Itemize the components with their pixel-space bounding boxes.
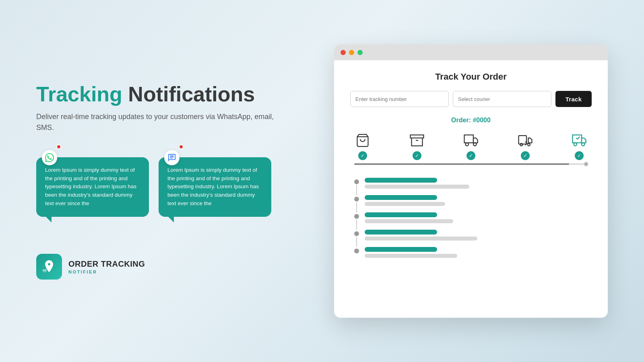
- svg-point-14: [582, 143, 585, 146]
- timeline: [350, 175, 592, 261]
- browser-content: Track Your Order Track Order: #0000: [334, 60, 608, 318]
- cart-check: ✓: [358, 151, 367, 160]
- tracking-number-input[interactable]: [350, 91, 449, 107]
- timeline-item: [354, 244, 592, 261]
- timeline-primary-bar: [365, 247, 437, 252]
- transit-icon: [517, 132, 534, 149]
- timeline-dot: [354, 231, 359, 236]
- timeline-content: [365, 195, 445, 206]
- status-truck-group: ✓: [462, 132, 479, 160]
- timeline-item: [354, 209, 592, 226]
- delivered-svg: [572, 133, 586, 148]
- timeline-item: [354, 175, 592, 192]
- svg-rect-4: [464, 135, 474, 143]
- svg-point-6: [466, 143, 469, 146]
- status-delivered-group: ✓: [571, 132, 588, 160]
- package-check: ✓: [413, 151, 421, 160]
- truck-svg: [464, 133, 478, 148]
- brand-logo: [36, 254, 62, 280]
- svg-point-10: [528, 144, 530, 146]
- track-title: Track Your Order: [350, 72, 592, 82]
- email-chat-card: Lorem Ipsum is simply dummy text of the …: [159, 157, 271, 217]
- email-icon-container: [164, 150, 180, 165]
- timeline-item: [354, 226, 592, 244]
- truck-icon: [462, 132, 479, 149]
- timeline-content: [365, 212, 453, 223]
- delivered-check: ✓: [575, 151, 584, 160]
- progress-dot: [584, 162, 588, 167]
- titlebar-dot-yellow[interactable]: [349, 50, 354, 55]
- email-notification-dot: [179, 144, 184, 149]
- brand-logo-icon: [42, 259, 56, 274]
- package-icon: [409, 132, 425, 149]
- svg-point-13: [574, 143, 577, 146]
- progress-bar-container: [354, 163, 588, 165]
- headline: Tracking Notifications: [36, 82, 286, 107]
- progress-bar-fill: [354, 163, 569, 165]
- titlebar-dot-green[interactable]: [357, 50, 363, 55]
- svg-rect-8: [518, 136, 526, 144]
- timeline-secondary-bar: [365, 185, 469, 189]
- timeline-secondary-bar: [365, 237, 477, 241]
- whatsapp-icon: [45, 153, 54, 162]
- main-container: Tracking Notifications Deliver real-time…: [20, 16, 624, 346]
- cart-svg: [355, 133, 370, 148]
- package-svg: [410, 133, 424, 148]
- timeline-item: [354, 192, 592, 209]
- timeline-primary-bar: [365, 212, 437, 217]
- timeline-dot: [354, 249, 359, 253]
- progress-bar-bg: [354, 163, 588, 165]
- left-side: Tracking Notifications Deliver real-time…: [36, 82, 286, 280]
- timeline-dot: [354, 179, 359, 184]
- headline-rest: Notifications: [122, 82, 255, 106]
- cart-icon: [354, 132, 371, 149]
- svg-rect-2: [410, 135, 423, 138]
- timeline-dot: [354, 214, 359, 219]
- svg-point-9: [520, 144, 522, 146]
- status-transit-group: ✓: [517, 132, 534, 160]
- chat-cards: Lorem Ipsum is simply dummy text of the …: [36, 149, 286, 217]
- titlebar-dot-red[interactable]: [341, 50, 346, 55]
- timeline-secondary-bar: [365, 202, 445, 206]
- whatsapp-icon-container: [42, 150, 57, 165]
- timeline-content: [365, 230, 477, 241]
- order-number: Order: #0000: [350, 117, 592, 124]
- transit-check: ✓: [521, 151, 530, 160]
- headline-highlight: Tracking: [36, 82, 122, 106]
- track-inputs-row: Track: [350, 91, 592, 107]
- svg-marker-5: [473, 138, 478, 143]
- whatsapp-card-text: Lorem Ipsum is simply dummy text of the …: [45, 167, 136, 207]
- browser-titlebar: [334, 44, 608, 60]
- timeline-content: [365, 247, 457, 258]
- brand-name: ORDER TRACKING: [68, 259, 145, 269]
- courier-input[interactable]: [453, 91, 551, 107]
- brand-sub: NOTIFIER: [68, 269, 145, 274]
- svg-marker-12: [582, 138, 586, 143]
- whatsapp-notification-dot: [56, 144, 61, 149]
- timeline-secondary-bar: [365, 219, 453, 223]
- email-icon: [167, 153, 176, 162]
- timeline-content: [365, 178, 469, 189]
- truck-check: ✓: [466, 151, 475, 160]
- delivered-icon: [571, 132, 588, 149]
- status-icons-row: ✓ ✓: [350, 132, 592, 160]
- headline-block: Tracking Notifications: [36, 82, 286, 107]
- timeline-primary-bar: [365, 178, 437, 183]
- transit-svg: [518, 133, 533, 148]
- whatsapp-chat-card: Lorem Ipsum is simply dummy text of the …: [36, 157, 149, 217]
- timeline-dot: [354, 197, 359, 202]
- browser-window: Track Your Order Track Order: #0000: [334, 44, 608, 318]
- svg-point-7: [473, 143, 477, 146]
- timeline-primary-bar: [365, 230, 437, 234]
- status-package-group: ✓: [409, 132, 425, 160]
- brand-bar: ORDER TRACKING NOTIFIER: [36, 254, 286, 280]
- brand-text-block: ORDER TRACKING NOTIFIER: [68, 259, 145, 274]
- timeline-primary-bar: [365, 195, 437, 200]
- subtitle: Deliver real-time tracking updates to yo…: [36, 111, 286, 133]
- status-cart-group: ✓: [354, 132, 371, 160]
- email-card-text: Lorem Ipsum is simply dummy text of the …: [167, 167, 259, 207]
- timeline-secondary-bar: [365, 254, 457, 258]
- track-button[interactable]: Track: [555, 91, 592, 107]
